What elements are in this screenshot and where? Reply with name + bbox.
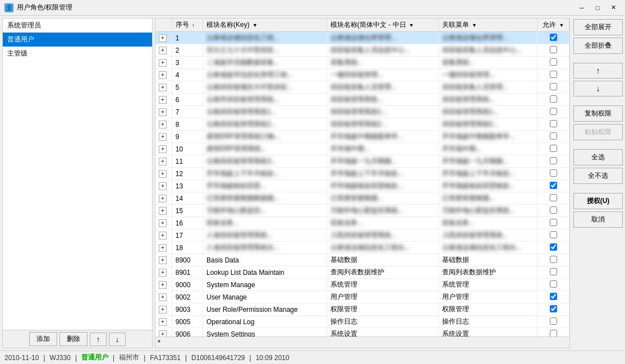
paste-perm-button[interactable]: 粘贴权限 (573, 124, 623, 140)
expand-cell[interactable]: + (155, 254, 172, 266)
table-row[interactable]: +8901Lookup List Data Maintain查阅列表数据维护查阅… (155, 266, 569, 279)
allow-cell[interactable] (537, 291, 569, 303)
allow-cell[interactable] (537, 316, 569, 328)
allow-cell[interactable] (537, 180, 569, 192)
table-row[interactable]: +8900Basis Data基础数据基础数据 (155, 254, 569, 266)
table-row[interactable]: +15万校外地心脏监控...万校外地心脏监控系统...万校外地心脏监控系统... (155, 205, 569, 217)
expand-cell[interactable]: + (155, 217, 172, 229)
minimize-button[interactable]: ─ (575, 3, 589, 13)
allow-cell[interactable] (537, 168, 569, 180)
allow-cell[interactable] (537, 44, 569, 57)
allow-cell[interactable] (537, 229, 569, 242)
table-row[interactable]: +9005Operational Log操作日志操作日志 (155, 316, 569, 328)
maximize-button[interactable]: □ (590, 3, 605, 13)
allow-checkbox[interactable] (550, 157, 557, 164)
expand-cell[interactable]: + (155, 168, 172, 180)
allow-checkbox[interactable] (550, 256, 557, 263)
allow-checkbox[interactable] (550, 108, 557, 115)
allow-checkbox[interactable] (550, 317, 557, 325)
allow-checkbox[interactable] (550, 305, 557, 312)
add-role-button[interactable]: 添加 (29, 332, 57, 346)
grant-button[interactable]: 授权(U) (573, 193, 623, 209)
expand-cell[interactable]: + (155, 69, 172, 81)
expand-cell[interactable]: + (155, 180, 172, 192)
allow-checkbox[interactable] (550, 243, 557, 251)
allow-checkbox[interactable] (550, 95, 557, 103)
allow-cell[interactable] (537, 192, 569, 205)
table-row[interactable]: +2百分之七十大中型供应...供应链采集人员信息中心...供应链采集人员信息中心… (155, 44, 569, 57)
allow-checkbox[interactable] (550, 330, 557, 337)
expand-cell[interactable]: + (155, 131, 172, 143)
select-all-button[interactable]: 全选 (573, 149, 623, 165)
allow-checkbox[interactable] (550, 34, 557, 41)
allow-checkbox[interactable] (550, 219, 557, 226)
allow-cell[interactable] (537, 81, 569, 94)
role-item-normal[interactable]: 普通用户 (3, 33, 152, 47)
col-seq[interactable]: 序号 ↑ (172, 19, 203, 32)
cancel-button[interactable]: 取消 (573, 211, 623, 228)
allow-cell[interactable] (537, 131, 569, 143)
expand-cell[interactable]: + (155, 303, 172, 316)
table-row[interactable]: +6云南市供应链管理系统...供应链管理系统...供应链管理系统... (155, 94, 569, 106)
allow-cell[interactable] (537, 57, 569, 69)
expand-cell[interactable]: + (155, 229, 172, 242)
expand-cell[interactable]: + (155, 242, 172, 254)
allow-cell[interactable] (537, 254, 569, 266)
allow-checkbox[interactable] (550, 293, 557, 300)
expand-cell[interactable]: + (155, 279, 172, 291)
allow-checkbox[interactable] (550, 231, 557, 238)
allow-checkbox[interactable] (550, 145, 557, 152)
select-none-button[interactable]: 全不选 (573, 168, 623, 184)
allow-checkbox[interactable] (550, 46, 557, 53)
expand-cell[interactable]: + (155, 32, 172, 44)
move-up-perm-button[interactable]: ↑ (573, 63, 623, 79)
table-row[interactable]: +11云南供应链管理系统3...开市场超一九月期掘...开市场超一九月期掘... (155, 155, 569, 168)
allow-checkbox[interactable] (550, 268, 557, 275)
allow-cell[interactable] (537, 303, 569, 316)
allow-checkbox[interactable] (550, 132, 557, 140)
expand-cell[interactable]: + (155, 205, 172, 217)
table-row[interactable]: +9000System Manage系统管理系统管理 (155, 279, 569, 291)
expand-all-button[interactable]: 全部展开 (573, 19, 623, 35)
table-row[interactable]: +18八省供应链管理系统出...云南省达城信息化工程出...云南省达城信息化工程… (155, 242, 569, 254)
allow-checkbox[interactable] (550, 194, 557, 201)
allow-cell[interactable] (537, 242, 569, 254)
table-row[interactable]: +13开市场超收款回货...开市场超收款回货收款...开市场超收款回货收款... (155, 180, 569, 192)
expand-cell[interactable]: + (155, 192, 172, 205)
table-row[interactable]: +5云南供应链项目大中型供应...供应链采集人员管理...供应链采集人员管理..… (155, 81, 569, 94)
allow-checkbox[interactable] (550, 280, 557, 288)
allow-checkbox[interactable] (550, 120, 557, 127)
expand-cell[interactable]: + (155, 57, 172, 69)
table-scroll-container[interactable]: 序号 ↑ 模块名称(Key) ▼ 模块名称(简体中文 - 中日 ▼ 关联菜单 ▼… (155, 19, 569, 337)
allow-checkbox[interactable] (550, 169, 557, 177)
role-item-admin[interactable]: 系统管理员 (3, 19, 152, 33)
allow-checkbox[interactable] (550, 58, 557, 66)
col-key[interactable]: 模块名称(Key) ▼ (203, 19, 327, 32)
move-down-button[interactable]: ↓ (109, 333, 126, 346)
copy-perm-button[interactable]: 复制权限 (573, 105, 623, 122)
allow-cell[interactable] (537, 155, 569, 168)
col-name[interactable]: 模块名称(简体中文 - 中日 ▼ (327, 19, 438, 32)
col-menu[interactable]: 关联菜单 ▼ (438, 19, 537, 32)
allow-cell[interactable] (537, 94, 569, 106)
table-row[interactable]: +1云南省达城信息化工程...云南省达城仓库管理...云南省达城仓库管理... (155, 32, 569, 44)
expand-cell[interactable]: + (155, 118, 172, 131)
table-row[interactable]: +9006System Settings系统设置系统设置 (155, 328, 569, 337)
allow-cell[interactable] (537, 217, 569, 229)
allow-cell[interactable] (537, 328, 569, 337)
allow-cell[interactable] (537, 32, 569, 44)
expand-cell[interactable]: + (155, 143, 172, 155)
expand-cell[interactable]: + (155, 316, 172, 328)
expand-cell[interactable]: + (155, 291, 172, 303)
expand-cell[interactable]: + (155, 81, 172, 94)
collapse-all-button[interactable]: 全部折叠 (573, 38, 623, 54)
move-up-button[interactable]: ↑ (90, 333, 107, 346)
allow-cell[interactable] (537, 118, 569, 131)
allow-checkbox[interactable] (550, 71, 557, 78)
col-allow[interactable]: 允许 ▼ (537, 19, 569, 32)
allow-cell[interactable] (537, 106, 569, 118)
expand-cell[interactable]: + (155, 94, 172, 106)
allow-checkbox[interactable] (550, 182, 557, 189)
table-row[interactable]: +10易管ERP管理系统...开市场中期...开市场中期... (155, 143, 569, 155)
delete-role-button[interactable]: 删除 (59, 332, 88, 346)
